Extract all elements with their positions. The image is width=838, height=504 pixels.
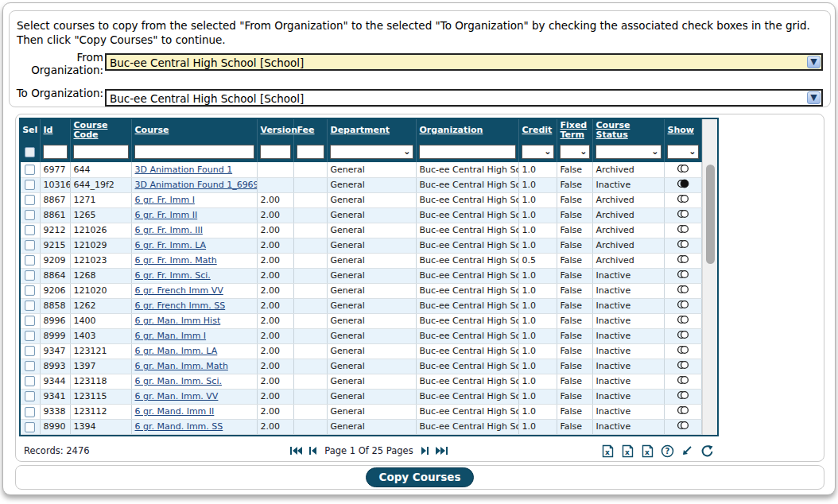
course-link[interactable]: 6 gr. Fr. Imm II <box>135 210 198 220</box>
first-page-icon[interactable] <box>289 446 302 456</box>
column-header-fixed-term[interactable]: Fixed Term <box>561 120 588 140</box>
sel-cell <box>21 404 40 419</box>
course-link[interactable]: 6 gr. Man. Imm. VV <box>135 391 219 401</box>
course-link[interactable]: 6 gr. Man. Imm. LA <box>135 346 218 356</box>
export-x-file-icon[interactable]: x <box>621 444 634 458</box>
column-header-course-status[interactable]: Course Status <box>596 120 630 140</box>
course-link[interactable]: 6 gr. Man. Imm Hist <box>135 316 221 326</box>
row-select-checkbox[interactable] <box>25 422 35 432</box>
row-select-checkbox[interactable] <box>25 285 35 296</box>
row-select-checkbox[interactable] <box>25 331 35 341</box>
to-organization-select[interactable]: Buc-ee Central High School [School] ▼ <box>105 89 823 107</box>
row-select-checkbox[interactable] <box>25 270 35 281</box>
scrollbar-thumb[interactable] <box>706 165 715 264</box>
show-toggle-off-icon[interactable] <box>676 315 690 324</box>
course-link[interactable]: 6 gr. Mand. Imm II <box>135 406 215 417</box>
last-page-icon[interactable] <box>436 446 448 456</box>
course-link[interactable]: 6 gr. French Imm VV <box>135 285 223 296</box>
course-code-cell: 123118 <box>70 374 131 389</box>
show-toggle-off-icon[interactable] <box>676 285 690 294</box>
course-link[interactable]: 6 gr. Man. Imm I <box>135 331 207 341</box>
id-cell: 8999 <box>40 328 70 343</box>
select-all-checkbox[interactable] <box>25 147 35 157</box>
from-organization-select[interactable]: Buc-ee Central High School [School] ▼ <box>105 53 823 71</box>
column-header-version[interactable]: Version <box>261 125 298 135</box>
column-header-organization[interactable]: Organization <box>420 125 483 135</box>
course-link[interactable]: 6 gr. Fr. Imm. Math <box>135 255 217 266</box>
row-select-checkbox[interactable] <box>25 240 35 250</box>
filter-credit-select[interactable]: ⌄ <box>522 145 554 159</box>
chevron-down-icon[interactable]: ▼ <box>807 91 821 104</box>
filter-show-select[interactable]: ⌄ <box>667 145 699 159</box>
show-toggle-off-icon[interactable] <box>676 209 690 219</box>
show-toggle-off-icon[interactable] <box>676 375 690 385</box>
row-select-checkbox[interactable] <box>25 316 35 326</box>
row-select-checkbox[interactable] <box>25 225 35 235</box>
grid-vertical-scrollbar[interactable] <box>702 119 718 435</box>
row-select-checkbox[interactable] <box>25 255 35 266</box>
filter-course-input[interactable] <box>134 145 254 159</box>
course-link[interactable]: 6 gr. Man. Imm. Math <box>135 361 228 371</box>
sel-cell <box>21 268 40 283</box>
column-header-id[interactable]: Id <box>44 125 53 135</box>
row-select-checkbox[interactable] <box>25 376 35 386</box>
row-select-checkbox[interactable] <box>25 391 35 401</box>
collapse-icon[interactable] <box>681 444 694 458</box>
show-toggle-off-icon[interactable] <box>676 360 690 370</box>
chevron-down-icon[interactable]: ▼ <box>807 56 821 68</box>
row-select-checkbox[interactable] <box>25 300 35 311</box>
show-toggle-off-icon[interactable] <box>676 269 690 279</box>
show-toggle-off-icon[interactable] <box>676 330 690 339</box>
help-icon[interactable]: ? <box>661 444 674 458</box>
course-link[interactable]: 6 gr. Fr. Imm I <box>135 195 195 205</box>
export-x-file-icon[interactable]: x <box>601 444 615 458</box>
filter-fixed-term-select[interactable]: ⌄ <box>560 145 590 159</box>
column-header-show[interactable]: Show <box>668 125 694 135</box>
show-toggle-off-icon[interactable] <box>676 224 690 234</box>
column-header-course[interactable]: Course <box>135 125 169 135</box>
fee-cell <box>293 343 327 359</box>
show-toggle-off-icon[interactable] <box>676 390 690 400</box>
row-select-checkbox[interactable] <box>25 361 35 371</box>
course-link[interactable]: 3D Animation Found 1_6969 <box>135 180 258 190</box>
copy-courses-button[interactable]: Copy Courses <box>366 467 473 487</box>
filter-id-input[interactable] <box>43 145 68 159</box>
column-header-fee[interactable]: Fee <box>297 125 315 135</box>
row-select-checkbox[interactable] <box>25 195 35 205</box>
show-toggle-on-icon[interactable] <box>676 179 690 188</box>
filter-version-input[interactable] <box>260 145 291 159</box>
fixed-term-cell: False <box>557 268 592 283</box>
row-select-checkbox[interactable] <box>25 407 35 417</box>
previous-page-icon[interactable] <box>308 446 317 456</box>
filter-course-status-select[interactable]: ⌄ <box>596 145 661 159</box>
show-toggle-off-icon[interactable] <box>676 345 690 355</box>
refresh-icon[interactable] <box>700 444 714 458</box>
row-select-checkbox[interactable] <box>25 346 35 356</box>
course-link[interactable]: 6 gr. Man. Imm. Sci. <box>135 376 222 386</box>
show-toggle-off-icon[interactable] <box>676 164 690 173</box>
show-toggle-off-icon[interactable] <box>676 421 690 430</box>
filter-organization-input[interactable] <box>419 145 516 159</box>
filter-department-select[interactable]: ⌄ <box>330 145 413 159</box>
course-link[interactable]: 6 gr. Fr. Imm. LA <box>135 240 207 250</box>
show-toggle-off-icon[interactable] <box>676 194 690 204</box>
show-toggle-off-icon[interactable] <box>676 300 690 309</box>
column-header-department[interactable]: Department <box>331 125 390 135</box>
course-link[interactable]: 3D Animation Found 1 <box>135 165 233 175</box>
show-toggle-off-icon[interactable] <box>676 239 690 249</box>
row-select-checkbox[interactable] <box>25 180 35 190</box>
row-select-checkbox[interactable] <box>25 165 35 175</box>
filter-course-code-input[interactable] <box>73 145 129 159</box>
course-link[interactable]: 6 gr. French Imm. SS <box>135 300 226 311</box>
show-toggle-off-icon[interactable] <box>676 254 690 264</box>
course-link[interactable]: 6 gr. Fr. Imm. Sci. <box>135 270 211 281</box>
column-header-credit[interactable]: Credit <box>522 125 553 135</box>
next-page-icon[interactable] <box>421 446 429 456</box>
row-select-checkbox[interactable] <box>25 210 35 220</box>
column-header-course-code[interactable]: Course Code <box>74 120 108 140</box>
filter-fee-input[interactable] <box>297 145 324 159</box>
show-toggle-off-icon[interactable] <box>676 405 690 415</box>
course-link[interactable]: 6 gr. Fr. Imm. III <box>135 225 203 235</box>
export-x-file-icon[interactable]: x <box>641 444 654 458</box>
course-link[interactable]: 6 gr. Mand. Imm. SS <box>135 421 223 432</box>
